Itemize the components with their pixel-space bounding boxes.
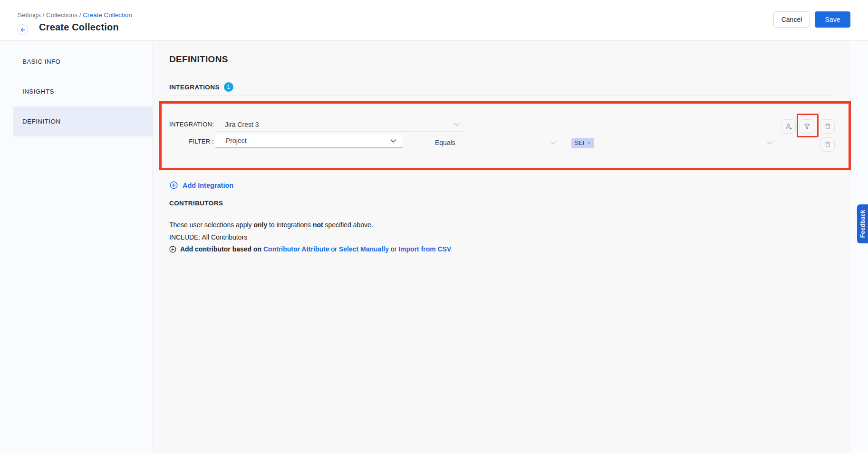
contributors-divider <box>169 207 836 207</box>
chevron-down-icon <box>454 123 460 126</box>
feedback-tab[interactable]: Feedback <box>857 204 868 243</box>
user-plus-icon <box>785 123 792 130</box>
page-title: Create Collection <box>39 22 119 33</box>
save-button[interactable]: Save <box>815 11 850 28</box>
note-text: to integrations <box>267 221 313 229</box>
cancel-button[interactable]: Cancel <box>773 11 810 28</box>
add-contributor-text: Add contributor based on Contributor Att… <box>180 245 451 253</box>
add-contributor-row: Add contributor based on Contributor Att… <box>169 245 451 253</box>
add-integration-link[interactable]: Add Integration <box>170 181 233 189</box>
create-collection-page: Settings / Collections / Create Collecti… <box>0 0 868 453</box>
note-text: These user selections apply <box>169 221 253 229</box>
add-user-button[interactable] <box>781 119 796 134</box>
filter-field-value: Project <box>226 137 247 145</box>
or-text: or <box>329 245 339 253</box>
chevron-down-icon <box>390 139 396 143</box>
integration-select[interactable]: Jira Crest 3 <box>215 117 464 132</box>
delete-integration-button[interactable] <box>820 119 835 134</box>
sidebar-item-definition[interactable]: DEFINITION <box>13 106 153 136</box>
chip-remove-icon[interactable]: × <box>587 139 591 146</box>
chevron-down-icon <box>767 141 772 145</box>
plus-circle-icon <box>170 181 178 189</box>
trash-icon <box>824 141 831 148</box>
integration-select-value: Jira Crest 3 <box>225 121 259 128</box>
trash-icon <box>824 123 831 130</box>
back-button[interactable] <box>17 24 28 35</box>
add-integration-label: Add Integration <box>183 182 233 189</box>
integrations-divider <box>169 96 836 96</box>
filter-value-chip: SEI× <box>571 138 594 148</box>
breadcrumb: Settings / Collections / Create Collecti… <box>18 11 132 19</box>
funnel-filter-icon <box>803 123 811 130</box>
sidebar-item-insights[interactable]: INSIGHTS <box>13 77 153 106</box>
settings-sidebar: BASIC INFO INSIGHTS DEFINITION <box>0 41 153 453</box>
integrations-section-header: INTEGRATIONS 1 <box>169 82 233 92</box>
filter-button[interactable] <box>800 119 814 134</box>
add-contributor-prefix: Add contributor based on <box>180 245 263 253</box>
delete-filter-button[interactable] <box>820 137 835 152</box>
filter-operator-select[interactable]: Equals <box>428 136 562 150</box>
definitions-heading: DEFINITIONS <box>169 54 228 65</box>
back-arrow-icon <box>19 27 26 33</box>
note-bold-not: not <box>313 221 323 229</box>
filter-operator-value: Equals <box>435 139 455 146</box>
filter-label: FILTER : <box>153 138 214 145</box>
contributor-attribute-link[interactable]: Contributor Attribute <box>263 245 329 253</box>
definition-panel: DEFINITIONS INTEGRATIONS 1 INTEGRATION: … <box>153 41 851 453</box>
note-bold-only: only <box>253 221 267 229</box>
breadcrumb-prefix[interactable]: Settings / Collections / <box>18 11 83 19</box>
page-header: Settings / Collections / Create Collecti… <box>0 0 868 41</box>
integrations-count-badge: 1 <box>224 82 233 92</box>
integrations-label: INTEGRATIONS <box>169 84 220 91</box>
breadcrumb-current: Create Collection <box>83 11 132 19</box>
chip-label: SEI <box>575 140 584 146</box>
sidebar-item-basic-info[interactable]: BASIC INFO <box>13 47 153 77</box>
filter-values-multiselect[interactable]: SEI× <box>569 136 780 150</box>
feedback-tab-label: Feedback <box>859 210 866 238</box>
chevron-down-icon <box>550 141 556 145</box>
filter-field-select[interactable]: Project <box>215 135 403 148</box>
contributors-note: These user selections apply only to inte… <box>169 221 373 229</box>
or-text: or <box>389 245 398 253</box>
note-text: specified above. <box>323 221 373 229</box>
plus-circle-icon <box>169 246 176 253</box>
import-from-csv-link[interactable]: Import from CSV <box>398 245 451 253</box>
integration-label: INTEGRATION: <box>153 121 214 128</box>
contributors-heading: CONTRIBUTORS <box>169 200 223 207</box>
select-manually-link[interactable]: Select Manually <box>339 245 389 253</box>
include-summary: INCLUDE: All Contributors <box>169 233 247 241</box>
